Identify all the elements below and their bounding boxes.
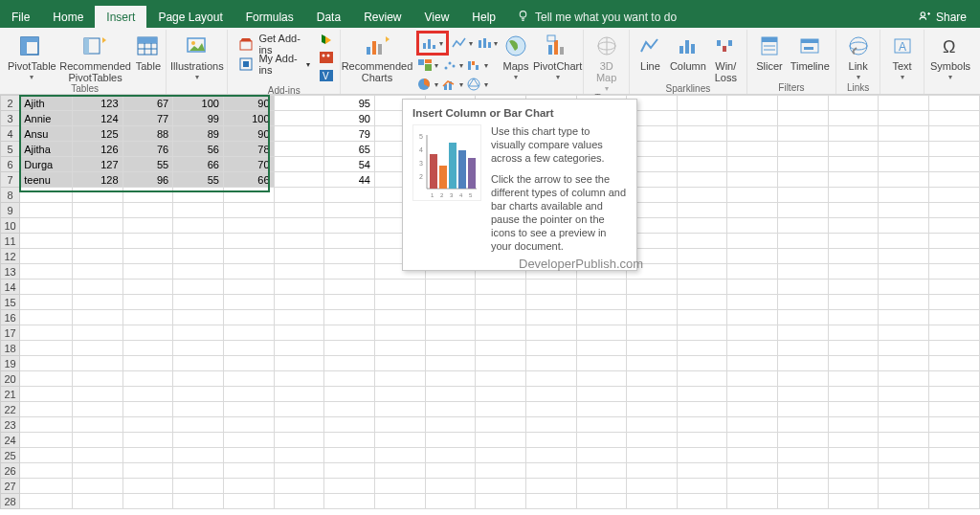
row-header[interactable]: 13 xyxy=(1,264,20,280)
cell[interactable] xyxy=(374,325,425,341)
cell[interactable] xyxy=(20,448,73,463)
cell[interactable] xyxy=(223,448,274,463)
cell[interactable] xyxy=(727,402,778,417)
cell[interactable] xyxy=(374,310,425,325)
cell[interactable] xyxy=(122,479,173,494)
cell[interactable]: Annie xyxy=(20,111,73,126)
cell[interactable] xyxy=(929,417,980,433)
cell[interactable] xyxy=(576,310,627,325)
cell[interactable] xyxy=(20,264,73,280)
cell[interactable] xyxy=(72,341,122,356)
cell[interactable] xyxy=(677,157,727,172)
symbols-button[interactable]: Ω Symbols ▾ xyxy=(930,31,970,81)
cell[interactable]: 79 xyxy=(324,126,375,142)
cell[interactable] xyxy=(173,494,224,509)
cell[interactable] xyxy=(879,234,929,249)
cell[interactable] xyxy=(72,310,122,325)
cell[interactable] xyxy=(727,111,778,126)
cell[interactable]: 55 xyxy=(122,157,173,172)
cell[interactable] xyxy=(20,249,73,264)
row-header[interactable]: 7 xyxy=(1,172,20,188)
sparkline-column-button[interactable]: Column xyxy=(669,31,707,72)
cell[interactable] xyxy=(627,356,678,371)
cell[interactable] xyxy=(324,280,375,295)
cell[interactable] xyxy=(828,142,879,157)
cell[interactable]: 65 xyxy=(324,142,375,157)
cell[interactable] xyxy=(828,111,879,126)
cell[interactable] xyxy=(274,417,324,433)
cell[interactable] xyxy=(122,356,173,371)
cell[interactable]: 123 xyxy=(72,96,122,111)
cell[interactable] xyxy=(476,295,526,310)
cell[interactable] xyxy=(828,203,879,218)
cell[interactable] xyxy=(828,463,879,479)
insert-column-bar-chart-button[interactable]: ▾ xyxy=(421,34,444,53)
cell[interactable] xyxy=(525,417,576,433)
cell[interactable] xyxy=(274,310,324,325)
cell[interactable] xyxy=(627,280,678,295)
cell[interactable] xyxy=(374,479,425,494)
row-header[interactable]: 5 xyxy=(1,142,20,157)
cell[interactable] xyxy=(576,295,627,310)
cell[interactable] xyxy=(223,371,274,387)
cell[interactable] xyxy=(324,433,375,448)
cell[interactable] xyxy=(929,310,980,325)
cell[interactable] xyxy=(223,280,274,295)
cell[interactable] xyxy=(778,387,829,402)
cell[interactable] xyxy=(173,234,224,249)
cell[interactable] xyxy=(425,295,476,310)
cell[interactable] xyxy=(727,172,778,188)
cell[interactable] xyxy=(828,325,879,341)
cell[interactable]: 89 xyxy=(173,126,224,142)
cell[interactable] xyxy=(929,387,980,402)
cell[interactable] xyxy=(879,249,929,264)
people-graph-icon[interactable] xyxy=(319,51,334,67)
cell[interactable] xyxy=(778,325,829,341)
cell[interactable] xyxy=(727,218,778,234)
cell[interactable]: 77 xyxy=(122,111,173,126)
cell[interactable]: 126 xyxy=(72,142,122,157)
cell[interactable] xyxy=(223,188,274,203)
tab-help[interactable]: Help xyxy=(460,6,507,28)
cell[interactable] xyxy=(425,310,476,325)
cell[interactable] xyxy=(778,126,829,142)
cell[interactable] xyxy=(274,295,324,310)
cell[interactable]: 90 xyxy=(223,96,274,111)
cell[interactable] xyxy=(828,126,879,142)
row-header[interactable]: 10 xyxy=(1,218,20,234)
cell[interactable] xyxy=(324,295,375,310)
cell[interactable] xyxy=(223,325,274,341)
cell[interactable] xyxy=(879,463,929,479)
row-header[interactable]: 9 xyxy=(1,203,20,218)
cell[interactable] xyxy=(576,371,627,387)
cell[interactable] xyxy=(274,494,324,509)
cell[interactable] xyxy=(274,387,324,402)
cell[interactable] xyxy=(173,218,224,234)
cell[interactable] xyxy=(929,126,980,142)
cell[interactable] xyxy=(525,448,576,463)
cell[interactable] xyxy=(476,371,526,387)
cell[interactable] xyxy=(778,356,829,371)
cell[interactable] xyxy=(476,433,526,448)
cell[interactable] xyxy=(778,280,829,295)
cell[interactable] xyxy=(324,417,375,433)
cell[interactable] xyxy=(929,463,980,479)
cell[interactable]: 76 xyxy=(122,142,173,157)
cell[interactable] xyxy=(223,417,274,433)
cell[interactable] xyxy=(122,218,173,234)
slicer-button[interactable]: Slicer xyxy=(753,31,787,72)
cell[interactable] xyxy=(879,325,929,341)
cell[interactable]: 90 xyxy=(324,111,375,126)
cell[interactable] xyxy=(476,479,526,494)
cell[interactable] xyxy=(929,325,980,341)
cell[interactable] xyxy=(879,341,929,356)
visio-icon[interactable]: V xyxy=(319,69,334,85)
cell[interactable] xyxy=(727,295,778,310)
cell[interactable] xyxy=(778,203,829,218)
pivotchart-button[interactable]: PivotChart ▾ xyxy=(533,31,582,81)
cell[interactable] xyxy=(677,96,727,111)
cell[interactable]: Ansu xyxy=(20,126,73,142)
cell[interactable]: Ajith xyxy=(20,96,73,111)
cell[interactable] xyxy=(223,463,274,479)
cell[interactable] xyxy=(525,371,576,387)
